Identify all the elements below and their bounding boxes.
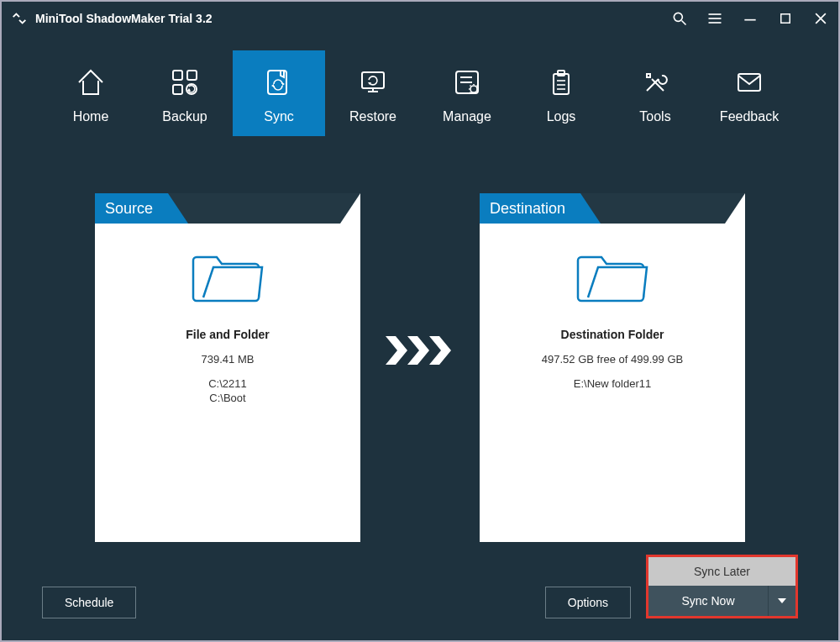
nav-manage[interactable]: Manage <box>421 50 513 136</box>
svg-rect-16 <box>362 72 384 88</box>
svg-marker-32 <box>429 336 451 365</box>
svg-rect-10 <box>187 71 197 80</box>
svg-rect-6 <box>781 14 790 24</box>
minimize-button[interactable] <box>741 9 759 28</box>
home-icon <box>74 66 108 99</box>
nav-label: Logs <box>547 109 576 124</box>
nav-label: Feedback <box>720 109 779 124</box>
backup-icon <box>168 66 202 99</box>
destination-tab-label: Destination <box>480 193 580 224</box>
logs-icon <box>544 66 578 99</box>
search-icon[interactable] <box>670 9 689 28</box>
app-window: MiniTool ShadowMaker Trial 3.2 Home <box>0 0 840 642</box>
nav-feedback[interactable]: Feedback <box>703 50 795 136</box>
folder-icon <box>192 245 264 304</box>
nav-tools[interactable]: Tools <box>609 50 701 136</box>
svg-rect-9 <box>173 71 182 80</box>
manage-icon <box>450 66 484 99</box>
content-area: Source File and Folder 739.41 MB C:\2211… <box>2 151 838 555</box>
source-size: 739.41 MB <box>202 353 255 366</box>
svg-point-0 <box>674 13 682 21</box>
app-title: MiniTool ShadowMaker Trial 3.2 <box>35 12 213 25</box>
destination-title: Destination Folder <box>561 328 664 341</box>
source-path-2: C:\Boot <box>208 392 247 406</box>
close-button[interactable] <box>811 9 830 28</box>
sync-dropdown-group: Sync Later Sync Now <box>646 555 798 618</box>
source-card[interactable]: Source File and Folder 739.41 MB C:\2211… <box>95 193 360 542</box>
svg-point-23 <box>470 86 477 92</box>
footer: Schedule Options Sync Later Sync Now <box>2 555 838 640</box>
nav-label: Manage <box>443 109 491 124</box>
feedback-icon <box>732 66 766 99</box>
sync-now-button[interactable]: Sync Now <box>648 586 769 616</box>
maximize-button[interactable] <box>776 9 795 28</box>
sync-later-button[interactable]: Sync Later <box>648 557 795 586</box>
nav-label: Restore <box>349 109 396 124</box>
nav-label: Home <box>73 109 109 124</box>
sync-now-caret[interactable] <box>769 586 795 616</box>
restore-icon <box>356 66 390 99</box>
main-nav: Home Backup Sync Restore Manage Logs Too… <box>2 35 838 151</box>
nav-label: Backup <box>162 109 207 124</box>
titlebar: MiniTool ShadowMaker Trial 3.2 <box>2 2 838 35</box>
svg-marker-15 <box>271 84 274 87</box>
nav-backup[interactable]: Backup <box>139 50 231 136</box>
source-tab-label: Source <box>95 193 168 224</box>
svg-marker-14 <box>282 82 285 86</box>
destination-paths: E:\New folder11 <box>574 377 652 392</box>
source-title: File and Folder <box>186 328 270 341</box>
tools-icon <box>638 66 672 99</box>
nav-label: Tools <box>639 109 670 124</box>
nav-logs[interactable]: Logs <box>515 50 607 136</box>
svg-marker-31 <box>407 336 429 365</box>
caret-down-icon <box>778 598 786 603</box>
source-path-1: C:\2211 <box>208 377 247 392</box>
sync-icon <box>262 66 296 99</box>
app-logo-icon <box>10 9 29 28</box>
svg-rect-29 <box>738 74 760 91</box>
schedule-button[interactable]: Schedule <box>42 587 136 618</box>
chevrons-icon <box>386 336 454 365</box>
destination-free: 497.52 GB free of 499.99 GB <box>542 353 683 366</box>
svg-marker-30 <box>386 336 407 365</box>
nav-restore[interactable]: Restore <box>327 50 419 136</box>
menu-icon[interactable] <box>706 9 724 28</box>
source-paths: C:\2211 C:\Boot <box>208 377 247 406</box>
nav-home[interactable]: Home <box>45 50 137 136</box>
destination-path: E:\New folder11 <box>574 377 652 392</box>
svg-rect-24 <box>554 74 569 94</box>
svg-line-1 <box>682 21 686 25</box>
svg-marker-13 <box>187 88 191 91</box>
nav-sync[interactable]: Sync <box>233 50 325 136</box>
nav-label: Sync <box>264 109 294 124</box>
destination-card[interactable]: Destination Destination Folder 497.52 GB… <box>480 193 745 542</box>
svg-rect-11 <box>173 85 182 94</box>
options-button[interactable]: Options <box>545 587 631 618</box>
folder-icon <box>576 245 648 304</box>
svg-marker-33 <box>778 598 786 603</box>
